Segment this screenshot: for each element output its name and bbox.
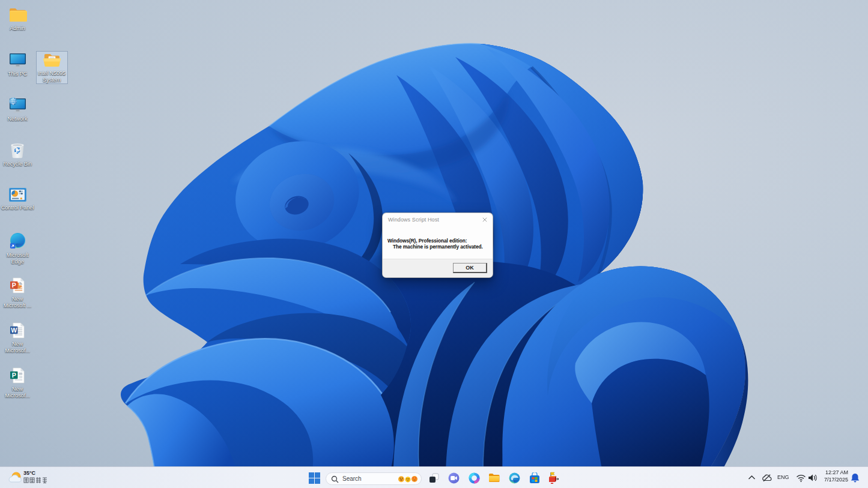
svg-text:P: P [11,282,16,289]
svg-text:P: P [11,372,16,379]
svg-text:W: W [11,327,17,334]
